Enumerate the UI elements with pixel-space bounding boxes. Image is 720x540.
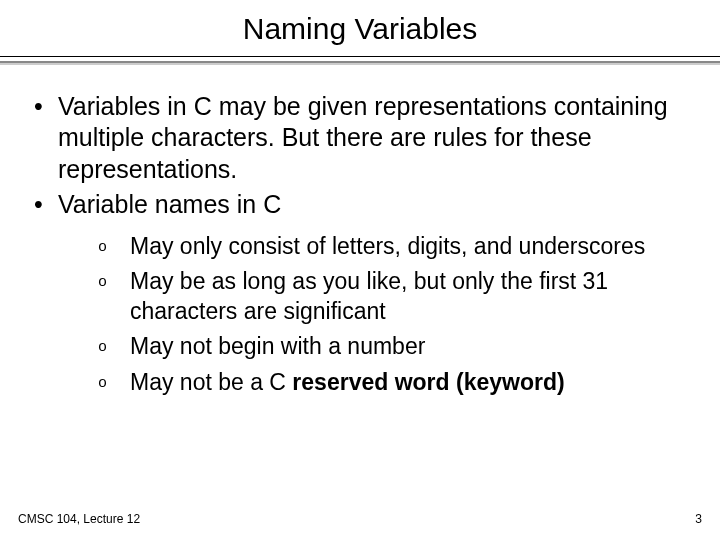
sub-marker: o — [98, 238, 107, 257]
sub-bullet-list: o May only consist of letters, digits, a… — [58, 232, 690, 397]
sub-marker: o — [98, 338, 107, 357]
sub-bullet-item: o May only consist of letters, digits, a… — [94, 232, 690, 261]
slide-title: Naming Variables — [0, 0, 720, 56]
bullet-text: Variable names in C — [58, 190, 281, 218]
bullet-item: Variable names in C o May only consist o… — [30, 189, 690, 397]
footer-left: CMSC 104, Lecture 12 — [18, 512, 140, 526]
sub-bullet-bold: reserved word (keyword) — [292, 369, 564, 395]
footer-page-number: 3 — [695, 512, 702, 526]
sub-bullet-text: May only consist of letters, digits, and… — [130, 233, 645, 259]
slide-body: Variables in C may be given representati… — [0, 63, 720, 397]
slide: Naming Variables Variables in C may be g… — [0, 0, 720, 540]
bullet-text: Variables in C may be given representati… — [58, 92, 668, 183]
sub-bullet-text: May be as long as you like, but only the… — [130, 268, 608, 323]
bullet-item: Variables in C may be given representati… — [30, 91, 690, 185]
sub-bullet-item: o May be as long as you like, but only t… — [94, 267, 690, 326]
title-rule — [0, 56, 720, 63]
sub-marker: o — [98, 374, 107, 393]
sub-marker: o — [98, 273, 107, 292]
bullet-list: Variables in C may be given representati… — [30, 91, 690, 397]
sub-bullet-text: May not begin with a number — [130, 333, 425, 359]
sub-bullet-text: May not be a C — [130, 369, 292, 395]
sub-bullet-item: o May not begin with a number — [94, 332, 690, 361]
sub-bullet-item: o May not be a C reserved word (keyword) — [94, 368, 690, 397]
